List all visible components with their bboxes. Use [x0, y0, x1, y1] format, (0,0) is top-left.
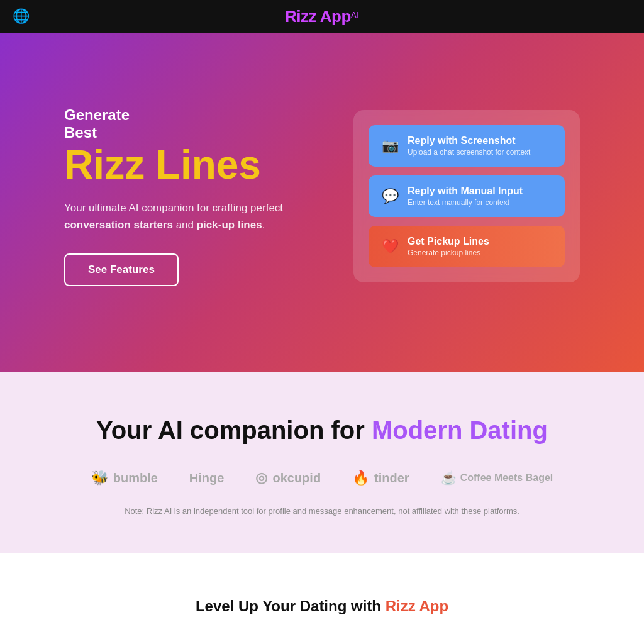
nav-title: Rizz AppAI [285, 7, 359, 26]
tinder-logo: 🔥 tinder [352, 470, 409, 486]
disclaimer-text: Note: Rizz AI is an independent tool for… [25, 506, 619, 516]
manual-icon: 💬 [381, 188, 399, 204]
screenshot-btn-title: Reply with Screenshot [408, 135, 530, 147]
pickup-btn-title: Get Pickup Lines [408, 236, 489, 247]
cmb-icon: ☕ [441, 470, 457, 486]
hero-left: Generate Best Rizz Lines Your ultimate A… [64, 106, 328, 286]
okcupid-logo: ◎ okcupid [255, 470, 321, 486]
globe-icon[interactable]: 🌐 [13, 8, 30, 25]
companion-title: Your AI companion for Modern Dating [25, 416, 619, 445]
levelup-section: Level Up Your Dating with Rizz App [0, 553, 644, 644]
tinder-icon: 🔥 [352, 470, 369, 486]
levelup-title: Level Up Your Dating with Rizz App [25, 597, 619, 615]
tinder-label: tinder [374, 471, 409, 486]
reply-manual-button[interactable]: 💬 Reply with Manual Input Enter text man… [369, 175, 565, 217]
hero-subtext: Your ultimate AI companion for crafting … [64, 199, 328, 233]
screenshot-btn-subtitle: Upload a chat screenshot for context [408, 148, 530, 157]
platforms-row: 🐝 bumble Hinge ◎ okcupid 🔥 tinder ☕ Coff… [25, 470, 619, 486]
see-features-button[interactable]: See Features [64, 253, 179, 286]
bumble-logo: 🐝 bumble [91, 470, 158, 486]
pickup-btn-subtitle: Generate pickup lines [408, 248, 489, 257]
bumble-label: bumble [113, 471, 158, 486]
reply-screenshot-button[interactable]: 📷 Reply with Screenshot Upload a chat sc… [369, 125, 565, 167]
get-pickup-lines-button[interactable]: ❤️ Get Pickup Lines Generate pickup line… [369, 226, 565, 267]
hero-section: Generate Best Rizz Lines Your ultimate A… [0, 33, 644, 372]
screenshot-icon: 📷 [381, 138, 399, 154]
cmb-logo: ☕ Coffee Meets Bagel [441, 470, 553, 486]
cmb-label: Coffee Meets Bagel [460, 472, 553, 484]
action-card: 📷 Reply with Screenshot Upload a chat sc… [353, 110, 580, 282]
okcupid-label: okcupid [272, 471, 321, 486]
hinge-label: Hinge [189, 471, 225, 486]
hero-headline: Generate Best Rizz Lines [64, 106, 328, 188]
bumble-icon: 🐝 [91, 470, 108, 486]
heart-icon: ❤️ [381, 238, 399, 255]
hinge-logo: Hinge [189, 471, 225, 486]
navbar: 🌐 Rizz AppAI [0, 0, 644, 33]
manual-btn-subtitle: Enter text manually for context [408, 198, 523, 207]
okcupid-icon: ◎ [255, 470, 267, 486]
manual-btn-title: Reply with Manual Input [408, 186, 523, 197]
companion-section: Your AI companion for Modern Dating 🐝 bu… [0, 372, 644, 553]
